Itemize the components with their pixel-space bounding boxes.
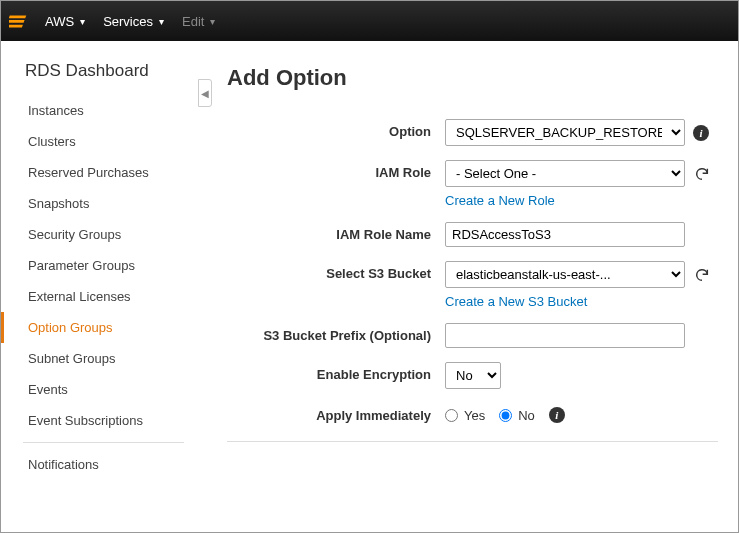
sidebar-item-external-licenses[interactable]: External Licenses [1, 281, 198, 312]
nav-services[interactable]: Services ▾ [103, 14, 164, 29]
nav-aws-label: AWS [45, 14, 74, 29]
sidebar-item-label: Option Groups [28, 320, 113, 335]
sidebar: RDS Dashboard Instances Clusters Reserve… [1, 41, 199, 532]
iam-role-name-label: IAM Role Name [227, 222, 445, 242]
sidebar-item-event-subscriptions[interactable]: Event Subscriptions [1, 405, 198, 436]
svg-rect-2 [9, 25, 23, 28]
row-s3-bucket: Select S3 Bucket elasticbeanstalk-us-eas… [227, 261, 718, 309]
sidebar-item-label: Parameter Groups [28, 258, 135, 273]
sidebar-item-label: Notifications [28, 457, 99, 472]
sidebar-item-security-groups[interactable]: Security Groups [1, 219, 198, 250]
create-role-link[interactable]: Create a New Role [445, 193, 718, 208]
top-nav: AWS ▾ Services ▾ Edit ▾ [1, 1, 738, 41]
info-icon[interactable]: i [549, 407, 565, 423]
page-title: Add Option [227, 65, 718, 91]
s3-bucket-label: Select S3 Bucket [227, 261, 445, 281]
sidebar-title: RDS Dashboard [25, 61, 198, 81]
sidebar-item-label: External Licenses [28, 289, 131, 304]
sidebar-item-events[interactable]: Events [1, 374, 198, 405]
nav-aws[interactable]: AWS ▾ [45, 14, 85, 29]
sidebar-item-clusters[interactable]: Clusters [1, 126, 198, 157]
refresh-icon[interactable] [693, 266, 711, 284]
sidebar-item-label: Subnet Groups [28, 351, 115, 366]
apply-yes-radio[interactable] [445, 409, 458, 422]
aws-logo-icon [9, 10, 31, 32]
sidebar-item-instances[interactable]: Instances [1, 95, 198, 126]
sidebar-item-label: Snapshots [28, 196, 89, 211]
apply-no-label: No [518, 408, 535, 423]
iam-role-select[interactable]: - Select One - [445, 160, 685, 187]
main-panel: Add Option Option SQLSERVER_BACKUP_RESTO… [199, 41, 738, 532]
apply-yes-label: Yes [464, 408, 485, 423]
s3-prefix-label: S3 Bucket Prefix (Optional) [227, 323, 445, 343]
encryption-label: Enable Encryption [227, 362, 445, 382]
sidebar-item-label: Reserved Purchases [28, 165, 149, 180]
info-icon[interactable]: i [693, 125, 709, 141]
sidebar-item-label: Clusters [28, 134, 76, 149]
nav-edit-label: Edit [182, 14, 204, 29]
row-iam-role-name: IAM Role Name [227, 222, 718, 247]
iam-role-label: IAM Role [227, 160, 445, 180]
caret-down-icon: ▾ [159, 16, 164, 27]
sidebar-item-notifications[interactable]: Notifications [1, 449, 198, 480]
create-bucket-link[interactable]: Create a New S3 Bucket [445, 294, 718, 309]
s3-bucket-select[interactable]: elasticbeanstalk-us-east-... [445, 261, 685, 288]
sidebar-item-snapshots[interactable]: Snapshots [1, 188, 198, 219]
nav-edit[interactable]: Edit ▾ [182, 14, 215, 29]
form-separator [227, 441, 718, 442]
option-label: Option [227, 119, 445, 139]
nav-services-label: Services [103, 14, 153, 29]
sidebar-item-parameter-groups[interactable]: Parameter Groups [1, 250, 198, 281]
row-option: Option SQLSERVER_BACKUP_RESTORE i [227, 119, 718, 146]
sidebar-item-label: Event Subscriptions [28, 413, 143, 428]
refresh-icon[interactable] [693, 165, 711, 183]
caret-down-icon: ▾ [210, 16, 215, 27]
apply-no-radio[interactable] [499, 409, 512, 422]
sidebar-item-label: Instances [28, 103, 84, 118]
sidebar-item-label: Security Groups [28, 227, 121, 242]
encryption-select[interactable]: No [445, 362, 501, 389]
sidebar-item-reserved-purchases[interactable]: Reserved Purchases [1, 157, 198, 188]
sidebar-divider [23, 442, 184, 443]
caret-down-icon: ▾ [80, 16, 85, 27]
iam-role-name-input[interactable] [445, 222, 685, 247]
option-select[interactable]: SQLSERVER_BACKUP_RESTORE [445, 119, 685, 146]
sidebar-item-label: Events [28, 382, 68, 397]
row-encryption: Enable Encryption No [227, 362, 718, 389]
sidebar-item-subnet-groups[interactable]: Subnet Groups [1, 343, 198, 374]
row-s3-prefix: S3 Bucket Prefix (Optional) [227, 323, 718, 348]
row-apply-immediately: Apply Immediately Yes No i [227, 403, 718, 423]
s3-prefix-input[interactable] [445, 323, 685, 348]
row-iam-role: IAM Role - Select One - Create a New Rol… [227, 160, 718, 208]
sidebar-item-option-groups[interactable]: Option Groups [1, 312, 198, 343]
apply-label: Apply Immediately [227, 403, 445, 423]
svg-rect-0 [9, 16, 26, 19]
svg-rect-1 [9, 20, 25, 23]
